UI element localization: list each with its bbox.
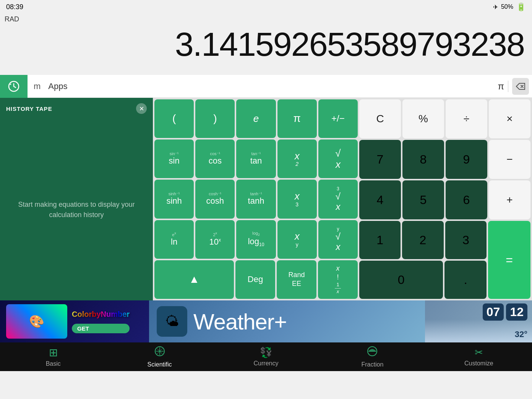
nav-currency[interactable]: 💱 Currency [213,347,319,367]
key-x-squared[interactable]: x2 [277,139,317,178]
scientific-panel: ( ) e π +/− sin⁻¹ sin cos⁻¹ cos [153,98,359,300]
get-button[interactable]: GET [72,324,130,333]
history-close-button[interactable]: ✕ [136,103,147,114]
key-6[interactable]: 6 [446,180,487,219]
sci-row-3: sinh⁻¹ sinh cosh⁻¹ cosh tanh⁻¹ tanh x3 3… [154,180,358,218]
memory-label: m [28,81,47,91]
nav-customize[interactable]: ✂ Customize [426,347,532,367]
ad-banner: 🎨 ColorbyNumber GET 🌤 Weather + 07 12 32… [0,300,532,342]
weather-app-title: Weather [193,309,274,334]
key-plus-minus[interactable]: +/− [318,99,358,138]
battery-icon: 🔋 [516,2,526,11]
key-cos[interactable]: cos⁻¹ cos [195,139,235,178]
key-open-paren[interactable]: ( [154,99,194,138]
key-cbrt[interactable]: 3√x [318,180,358,218]
key-multiply[interactable]: × [489,99,530,138]
key-log10[interactable]: log2 log10 [236,220,276,259]
key-7[interactable]: 7 [359,140,401,179]
number-panel: C % ÷ × 7 8 9 − 4 5 6 + 1 2 3 [359,98,532,300]
key-sinh[interactable]: sinh⁻¹ sinh [154,180,194,218]
toolbar: m Apps π [0,75,532,98]
scientific-icon [154,345,165,360]
num-row-789: 7 8 9 − [359,140,530,179]
weather-app-icon: 🌤 [157,306,187,337]
weather-time-2: 12 [506,303,527,321]
toolbar-divider [508,81,508,92]
currency-icon: 💱 [260,347,272,358]
key-tanh[interactable]: tanh⁻¹ tanh [236,180,276,218]
apps-label[interactable]: Apps [47,81,69,91]
key-percent[interactable]: % [402,99,444,138]
key-minus[interactable]: − [489,140,530,179]
weather-right-panel: 07 12 32° [425,300,532,342]
pi-symbol: π [498,81,504,92]
fraction-icon [367,345,378,360]
key-factorial-reciprocal[interactable]: x!1x [318,260,358,299]
calculator-area: HISTORY TAPE ✕ Start making equations to… [0,98,532,300]
key-ln[interactable]: ex ln [154,220,194,259]
history-header: HISTORY TAPE ✕ [0,98,153,119]
key-10x[interactable]: 2x 10x [195,220,235,259]
key-2[interactable]: 2 [402,221,443,259]
key-sin[interactable]: sin⁻¹ sin [154,139,194,178]
airplane-icon: ✈ [493,3,498,11]
key-shift[interactable]: ▲ [154,260,234,299]
num-row-top: C % ÷ × [359,99,530,138]
history-button[interactable] [0,75,28,98]
key-close-paren[interactable]: ) [195,99,235,138]
key-euler[interactable]: e [236,99,276,138]
key-sqrt[interactable]: √x [318,139,358,178]
key-plus[interactable]: + [489,180,530,219]
sci-row-2: sin⁻¹ sin cos⁻¹ cos tan⁻¹ tan x2 √x [154,139,358,178]
key-dot[interactable]: . [444,261,487,299]
mode-indicator: RAD [5,15,19,23]
display-area: 3.141592653589793238 [0,14,532,75]
key-4[interactable]: 4 [359,180,401,219]
num-row-456: 4 5 6 + [359,180,530,219]
nav-fraction-label: Fraction [362,361,384,368]
nav-fraction[interactable]: Fraction [319,345,425,368]
key-1[interactable]: 1 [359,221,401,259]
key-9[interactable]: 9 [446,140,487,179]
key-rand-ee[interactable]: RandEE [277,260,316,299]
nav-scientific[interactable]: Scientific [106,345,212,368]
nav-basic[interactable]: ⊞ Basic [0,346,106,367]
nav-scientific-label: Scientific [148,361,172,368]
key-equals[interactable]: = [488,221,530,299]
key-8[interactable]: 8 [402,140,444,179]
status-icons: ✈ 50% 🔋 [493,2,526,11]
key-5[interactable]: 5 [402,180,444,219]
time-display: 08:39 [6,3,23,11]
ad-weather-app[interactable]: 🌤 Weather + [149,300,425,342]
key-pi[interactable]: π [277,99,317,138]
key-cosh[interactable]: cosh⁻¹ cosh [195,180,235,218]
customize-icon: ✂ [475,347,483,358]
status-bar: 08:39 ✈ 50% 🔋 [0,0,532,14]
num-row-123-equals: 1 2 3 0 . = [359,221,530,299]
key-yth-root[interactable]: y√x [318,220,358,259]
history-tape: HISTORY TAPE ✕ Start making equations to… [0,98,153,300]
key-x-cubed[interactable]: x3 [277,180,317,218]
key-3[interactable]: 3 [445,221,487,259]
weather-time-1: 07 [483,303,504,321]
main-display: 3.141592653589793238 [8,25,524,64]
key-tan[interactable]: tan⁻¹ tan [236,139,276,178]
key-divide[interactable]: ÷ [446,99,487,138]
battery-percent: 50% [501,3,513,10]
history-title: HISTORY TAPE [6,105,52,112]
key-clear[interactable]: C [359,99,401,138]
coloring-app-title: ColorbyNumber [72,310,130,319]
key-0[interactable]: 0 [359,261,443,299]
sci-row-1: ( ) e π +/− [154,99,358,138]
sci-row-4: ex ln 2x 10x log2 log10 xy y√x [154,220,358,259]
key-xy[interactable]: xy [277,220,317,259]
backspace-button[interactable] [512,78,529,95]
nav-basic-label: Basic [46,360,61,367]
nav-currency-label: Currency [254,360,279,367]
basic-icon: ⊞ [49,346,58,359]
num-row-123: 1 2 3 [359,221,487,259]
bottom-navigation: ⊞ Basic Scientific 💱 Currency Fraction [0,342,532,371]
key-deg[interactable]: Deg [235,260,275,299]
ad-coloring-app[interactable]: 🎨 ColorbyNumber GET [0,300,149,342]
toolbar-right: π [498,78,532,95]
